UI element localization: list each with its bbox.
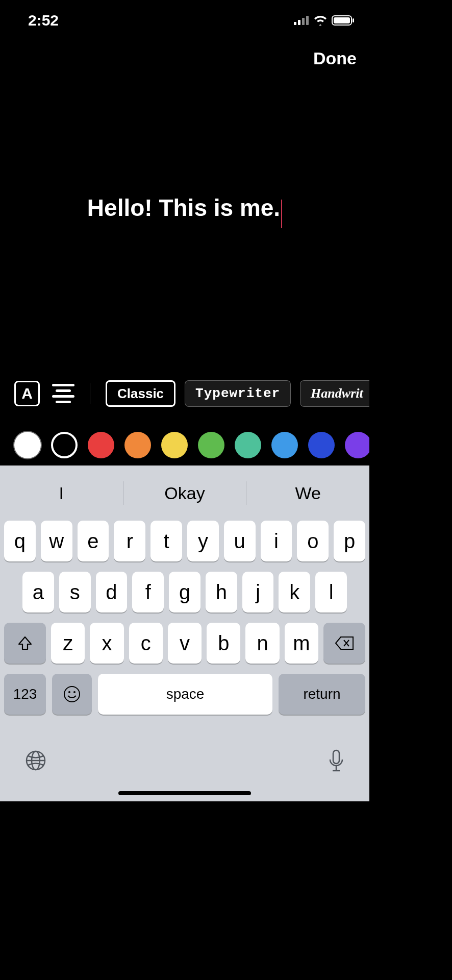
- battery-icon: [332, 15, 354, 26]
- key-u[interactable]: u: [224, 521, 256, 561]
- key-n[interactable]: n: [245, 623, 279, 664]
- key-y[interactable]: y: [187, 521, 219, 561]
- svg-rect-1: [298, 20, 300, 25]
- key-row-4: 123 space return: [0, 674, 369, 715]
- key-b[interactable]: b: [207, 623, 240, 664]
- key-q[interactable]: q: [4, 521, 36, 561]
- text-style-toggle[interactable]: A: [14, 381, 40, 406]
- globe-icon[interactable]: [24, 749, 47, 772]
- key-row-3: zxcvbnm: [0, 623, 369, 664]
- text-toolbar: A ClassicTypewriterHandwrit: [0, 375, 369, 412]
- text-cursor: [281, 200, 282, 228]
- svg-rect-0: [294, 22, 296, 25]
- svg-point-9: [73, 691, 76, 693]
- align-line-icon: [56, 389, 71, 392]
- key-m[interactable]: m: [285, 623, 318, 664]
- color-swatch[interactable]: [271, 432, 298, 458]
- key-e[interactable]: e: [78, 521, 109, 561]
- key-r[interactable]: r: [114, 521, 145, 561]
- align-line-icon: [52, 384, 74, 386]
- align-line-icon: [56, 401, 71, 403]
- suggestion-bar: I Okay We: [0, 465, 369, 521]
- key-row-1: qwertyuiop: [0, 521, 369, 561]
- color-swatch[interactable]: [161, 432, 188, 458]
- key-p[interactable]: p: [334, 521, 365, 561]
- font-chip-classic[interactable]: Classic: [106, 380, 175, 407]
- status-time: 2:52: [28, 12, 59, 29]
- space-key[interactable]: space: [98, 674, 272, 715]
- color-swatch[interactable]: [345, 432, 369, 458]
- color-swatch[interactable]: [51, 432, 78, 458]
- key-s[interactable]: s: [59, 572, 91, 612]
- color-swatch[interactable]: [14, 432, 41, 458]
- keyboard: I Okay We qwertyuiop asdfghjkl zxcvbnm 1…: [0, 465, 369, 801]
- emoji-key[interactable]: [52, 674, 92, 715]
- svg-rect-3: [306, 16, 309, 25]
- font-chip-typewriter[interactable]: Typewriter: [185, 380, 291, 407]
- svg-rect-13: [333, 750, 339, 764]
- svg-point-7: [64, 687, 80, 702]
- suggestion-3[interactable]: We: [246, 483, 369, 503]
- shift-icon: [17, 635, 33, 651]
- key-w[interactable]: w: [41, 521, 72, 561]
- key-z[interactable]: z: [51, 623, 85, 664]
- cellular-icon: [294, 16, 309, 25]
- status-icons: [294, 15, 354, 26]
- svg-rect-2: [302, 18, 305, 25]
- entered-text: Hello! This is me.: [87, 194, 280, 222]
- backspace-icon: [335, 636, 354, 650]
- font-chip-script[interactable]: Handwrit: [300, 380, 369, 407]
- suggestion-2[interactable]: Okay: [123, 483, 246, 503]
- align-line-icon: [52, 395, 74, 398]
- svg-rect-5: [334, 17, 350, 23]
- key-o[interactable]: o: [297, 521, 329, 561]
- numbers-key[interactable]: 123: [4, 674, 46, 715]
- key-t[interactable]: t: [150, 521, 182, 561]
- return-key[interactable]: return: [279, 674, 365, 715]
- font-picker: ClassicTypewriterHandwrit: [106, 380, 369, 407]
- key-j[interactable]: j: [242, 572, 274, 612]
- text-align-button[interactable]: [52, 384, 74, 403]
- suggestion-1[interactable]: I: [0, 483, 123, 503]
- dictation-icon[interactable]: [328, 749, 345, 774]
- key-k[interactable]: k: [279, 572, 310, 612]
- color-swatch[interactable]: [88, 432, 114, 458]
- key-c[interactable]: c: [129, 623, 163, 664]
- key-row-2: asdfghjkl: [0, 572, 369, 612]
- color-palette: [0, 431, 369, 459]
- status-bar: 2:52: [0, 0, 369, 41]
- key-f[interactable]: f: [132, 572, 164, 612]
- key-g[interactable]: g: [169, 572, 200, 612]
- key-a[interactable]: a: [22, 572, 54, 612]
- key-v[interactable]: v: [168, 623, 202, 664]
- color-swatch[interactable]: [124, 432, 151, 458]
- wifi-icon: [313, 15, 328, 26]
- emoji-icon: [63, 685, 81, 703]
- backspace-key[interactable]: [323, 623, 365, 664]
- text-edit-area[interactable]: Hello! This is me.: [0, 194, 369, 228]
- key-x[interactable]: x: [90, 623, 123, 664]
- done-button[interactable]: Done: [313, 48, 357, 68]
- key-i[interactable]: i: [261, 521, 292, 561]
- svg-rect-6: [353, 18, 354, 22]
- home-indicator[interactable]: [118, 791, 251, 795]
- letter-a-icon: A: [21, 385, 33, 402]
- shift-key[interactable]: [4, 623, 46, 664]
- color-swatch[interactable]: [308, 432, 335, 458]
- toolbar-divider: [90, 383, 90, 404]
- key-l[interactable]: l: [315, 572, 347, 612]
- key-d[interactable]: d: [96, 572, 128, 612]
- color-swatch[interactable]: [198, 432, 224, 458]
- svg-point-8: [68, 691, 70, 693]
- color-swatch[interactable]: [235, 432, 261, 458]
- key-h[interactable]: h: [206, 572, 237, 612]
